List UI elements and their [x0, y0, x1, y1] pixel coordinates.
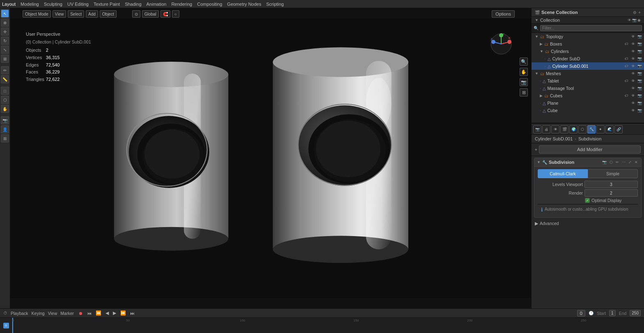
prop-icon-output[interactable]: 🖨 [542, 125, 550, 133]
keying-menu[interactable]: Keying [32, 311, 45, 316]
menu-sculpting[interactable]: Sculpting [44, 2, 62, 7]
col-vis-icon[interactable]: 👁 [628, 18, 631, 22]
scale-tool-icon[interactable]: ⤡ [1, 46, 9, 54]
person-tool-icon[interactable]: 👤 [1, 125, 9, 133]
cylinders-render-btn[interactable]: 📷 [637, 49, 642, 53]
render-value[interactable]: 2 [584, 189, 638, 197]
catmull-clark-button[interactable]: Catmull-Clark [538, 169, 588, 178]
cyls-render[interactable]: 📷 [637, 57, 642, 61]
cyl001-tag[interactable]: 🏷 [623, 64, 629, 68]
cube-vis[interactable]: 👁 [630, 108, 636, 113]
play-reverse-button[interactable]: ◀ [104, 310, 110, 316]
meshes-render[interactable]: 📷 [637, 71, 642, 76]
tree-item-cubes[interactable]: ▶ 🗂 Cubes 🏷 👁 📷 [532, 92, 644, 99]
step-forward-button[interactable]: ⏩ [119, 310, 127, 316]
timeline-track[interactable]: 0 50 100 150 200 250 [12, 318, 644, 333]
modifier-realtime-icon[interactable]: ⬡ [609, 160, 614, 165]
jump-end-button[interactable]: ⏭ [129, 310, 136, 316]
col-render-icon[interactable]: 📷 [632, 18, 637, 22]
tablet-tag[interactable]: 🏷 [623, 79, 629, 83]
menu-shading[interactable]: Shading [125, 2, 141, 7]
tree-item-topology[interactable]: ▼ 🗂 Topology 👁 📷 [532, 33, 644, 40]
levels-viewport-value[interactable]: 3 [584, 181, 638, 188]
play-button[interactable]: ▶ [112, 310, 117, 316]
prop-icon-scene[interactable]: 🎬 [560, 125, 568, 133]
menu-compositing[interactable]: Compositing [197, 2, 222, 7]
mt-vis[interactable]: 👁 [630, 86, 636, 90]
prop-icon-physics[interactable]: 🌊 [605, 125, 614, 133]
add-modifier-button[interactable]: Add Modifier [539, 145, 641, 154]
object-mode-dropdown[interactable]: Object Mode [23, 10, 51, 18]
step-back-button[interactable]: ⏪ [94, 310, 103, 316]
meshes-vis[interactable]: 👁 [630, 71, 636, 76]
plane-render[interactable]: 📷 [637, 101, 642, 105]
snapping-toggle[interactable]: 🧲 [160, 10, 170, 18]
cyls-vis[interactable]: 👁 [630, 57, 636, 61]
prop-icon-particles[interactable]: ✦ [596, 125, 605, 133]
record-button[interactable]: ⏺ [77, 310, 84, 316]
mt-render[interactable]: 📷 [637, 86, 642, 90]
tablet-render[interactable]: 📷 [637, 79, 642, 83]
tree-item-cube[interactable]: · △ Cube 👁 📷 [532, 107, 644, 114]
viewport-select-menu[interactable]: Select [68, 10, 84, 18]
timeline-view-menu[interactable]: View [48, 311, 57, 316]
select-tool-icon[interactable]: ↖ [1, 9, 9, 18]
hand-icon[interactable]: ✋ [520, 68, 528, 76]
boxes-vis-btn[interactable]: 👁 [630, 42, 636, 46]
menu-modeling[interactable]: Modeling [21, 2, 39, 7]
viewport-resize-handle[interactable] [527, 8, 531, 308]
tree-item-meshes[interactable]: ▼ 🗂 Meshes 👁 📷 [532, 70, 644, 77]
marker-menu[interactable]: Marker [60, 311, 74, 316]
viewport-add-menu[interactable]: Add [86, 10, 98, 18]
current-frame-display[interactable]: 0 [577, 310, 585, 317]
grid-tool-icon[interactable]: ⊞ [1, 134, 9, 142]
menu-geometry-nodes[interactable]: Geometry Nodes [227, 2, 261, 7]
menu-scripting[interactable]: Scripting [266, 2, 284, 7]
modifier-edit-icon[interactable]: ✏ [615, 160, 620, 165]
viewport-3d[interactable]: Object Mode View Select Add Object ⊙ Glo… [10, 8, 531, 308]
options-button[interactable]: Options [492, 10, 515, 18]
proportional-editing[interactable]: ○ [172, 10, 179, 18]
cylinders-vis-btn[interactable]: 👁 [630, 49, 636, 53]
tree-item-cylinders[interactable]: ▼ 🗂 Cylinders 👁 📷 [532, 48, 644, 55]
modifier-more-icon[interactable]: ⋯ [621, 160, 626, 165]
menu-animation[interactable]: Animation [147, 2, 167, 7]
menu-rendering[interactable]: Rendering [171, 2, 192, 7]
jump-start-button[interactable]: ⏮ [86, 310, 93, 316]
tree-item-plane[interactable]: · △ Plane 👁 📷 [532, 99, 644, 107]
cursor-tool-icon[interactable]: ⊕ [1, 18, 9, 27]
modifier-close-icon[interactable]: ✕ [634, 160, 639, 165]
start-frame-input[interactable]: 1 [609, 310, 616, 316]
new-collection-icon[interactable]: + [638, 10, 641, 15]
plane-vis[interactable]: 👁 [630, 101, 636, 105]
camera-view-icon[interactable]: 📷 [520, 78, 528, 86]
pivot-point-icon[interactable]: ⊙ [132, 10, 140, 18]
rotate-tool-icon[interactable]: ↻ [1, 37, 9, 45]
cyl001-vis[interactable]: 👁 [630, 64, 636, 68]
playback-menu[interactable]: Playback [11, 311, 28, 316]
col-extra-icon[interactable]: ◉ [637, 18, 641, 22]
menu-texture-paint[interactable]: Texture Paint [94, 2, 120, 7]
boxes-render-btn[interactable]: 📷 [637, 42, 642, 46]
topology-vis-btn[interactable]: 👁 [630, 34, 636, 39]
move-tool-icon[interactable]: ✛ [1, 28, 9, 36]
tree-item-cylinder-subd-001[interactable]: · △ Cylinder SubD.001 🏷 👁 📷 [532, 62, 644, 70]
camera-tool-icon[interactable]: 📷 [1, 116, 9, 124]
cyls-tag[interactable]: 🏷 [623, 57, 629, 61]
tablet-vis[interactable]: 👁 [630, 79, 636, 83]
advanced-toggle[interactable]: ▶ Advanced [532, 219, 644, 227]
cubes-vis[interactable]: 👁 [630, 94, 636, 98]
cyl001-render[interactable]: 📷 [637, 64, 642, 68]
outliner-search-input[interactable] [540, 25, 642, 31]
cubes-render[interactable]: 📷 [637, 94, 642, 98]
viewport-object-menu[interactable]: Object [100, 10, 117, 18]
tree-item-boxes[interactable]: ▶ 🗂 Boxes 🏷 👁 📷 [532, 40, 644, 48]
transform-tool-icon[interactable]: ⊞ [1, 55, 9, 63]
prop-icon-world[interactable]: 🌍 [569, 125, 578, 133]
add-cube-icon[interactable]: □ [1, 87, 9, 95]
end-frame-input[interactable]: 250 [630, 310, 641, 316]
optimal-display-checkbox[interactable]: ✓ [585, 198, 590, 203]
tree-item-tablet[interactable]: · △ Tablet 🏷 👁 📷 [532, 77, 644, 85]
modifier-camera-icon[interactable]: 📷 [601, 160, 607, 165]
measure-tool-icon[interactable]: 📏 [1, 75, 9, 83]
